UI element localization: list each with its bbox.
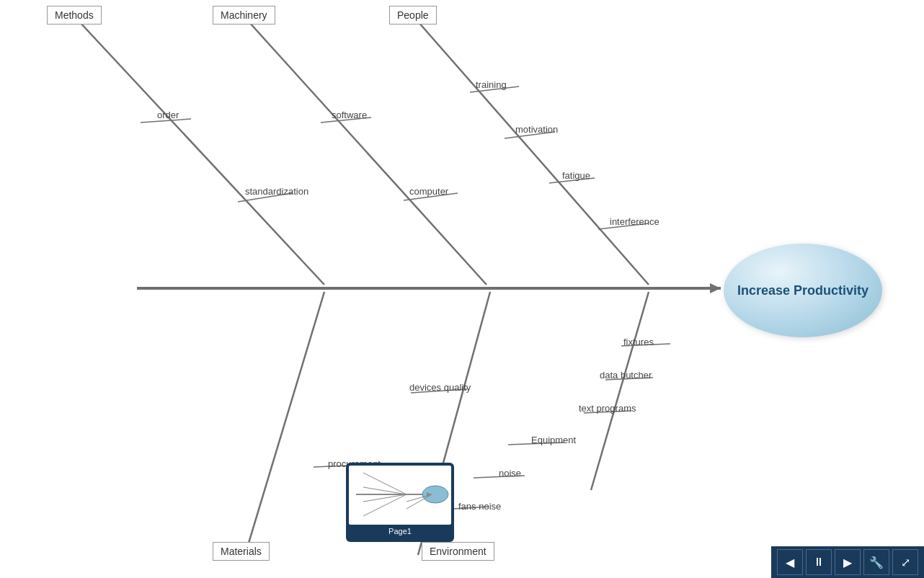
label-standardization: standardization [245, 186, 308, 197]
machinery-box: Machinery [213, 6, 275, 25]
svg-line-20 [591, 292, 649, 490]
thumbnail-preview [349, 466, 451, 525]
label-fatigue: fatigue [562, 170, 590, 181]
materials-box: Materials [213, 542, 270, 561]
toolbar-expand-button[interactable]: ⤢ [892, 549, 918, 575]
svg-marker-1 [710, 283, 721, 293]
environment-box: Environment [422, 542, 494, 561]
label-order: order [157, 110, 179, 120]
label-fans-noise: fans noise [458, 501, 501, 512]
toolbar-forward-button[interactable]: ▶ [835, 549, 861, 575]
label-text-programs: text programs [579, 403, 636, 414]
svg-line-5 [249, 22, 487, 285]
effect-ellipse: Increase Productivity [724, 244, 882, 337]
svg-line-2 [79, 22, 324, 285]
label-data-butcher: data butcher [600, 370, 652, 381]
toolbar-pause-button[interactable]: ⏸ [806, 549, 832, 575]
label-noise: noise [499, 468, 521, 479]
toolbar: ◀ ⏸ ▶ 🔧 ⤢ [771, 546, 924, 578]
label-interference: interference [610, 216, 659, 227]
page-label: Page1 [349, 525, 451, 535]
svg-line-8 [418, 22, 649, 285]
toolbar-back-button[interactable]: ◀ [777, 549, 803, 575]
methods-box: Methods [47, 6, 102, 25]
people-box: People [389, 6, 437, 25]
label-software: software [332, 110, 367, 120]
toolbar-settings-button[interactable]: 🔧 [863, 549, 889, 575]
label-computer: computer [409, 186, 448, 197]
label-fixtures: fixtures [623, 337, 654, 347]
svg-line-13 [245, 292, 324, 555]
label-motivation: motivation [515, 124, 558, 135]
page-thumbnail[interactable]: Page1 [346, 463, 454, 542]
label-equipment: Equipment [531, 435, 576, 445]
svg-point-30 [422, 486, 448, 503]
label-training: training [476, 79, 507, 90]
label-devices-quality: devices quality [409, 382, 471, 393]
